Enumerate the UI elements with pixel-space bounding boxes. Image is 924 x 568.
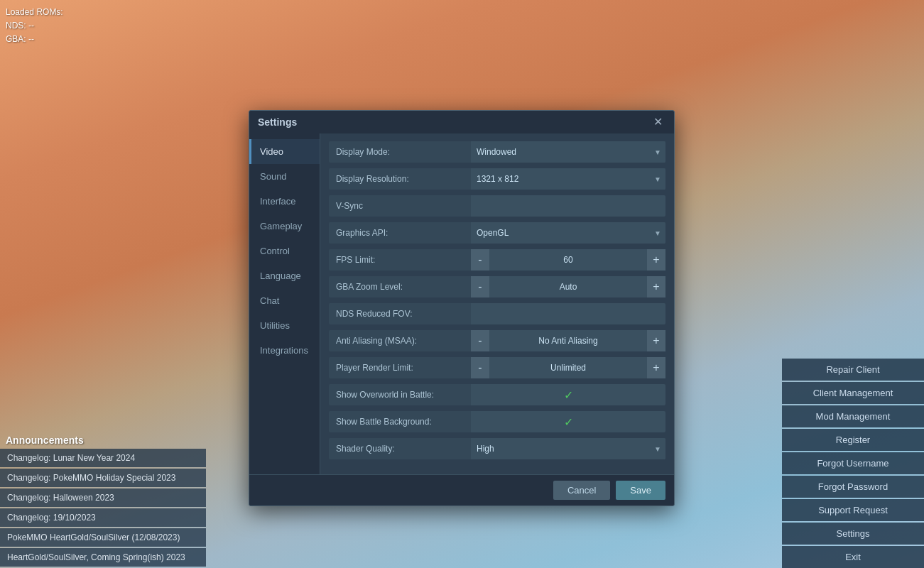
sidebar-btn-settings[interactable]: Settings xyxy=(782,523,924,545)
settings-content[interactable]: Display Mode:WindowedFullscreenBorderles… xyxy=(320,133,674,474)
announcements-panel: Announcements Changelog: Lunar New Year … xyxy=(0,432,206,568)
settings-row-3: Graphics API:OpenGLDirectXVulkan▼ xyxy=(329,222,665,244)
settings-select-wrapper-11: HighMediumLowOff▼ xyxy=(471,438,665,459)
settings-select-3[interactable]: OpenGLDirectXVulkan xyxy=(471,222,665,244)
sidebar-btn-mod-management[interactable]: Mod Management xyxy=(782,405,924,427)
save-button[interactable]: Save xyxy=(616,481,665,500)
announcement-item[interactable]: HeartGold/SoulSilver, Coming Spring(ish)… xyxy=(0,548,206,567)
stepper-value-4: 60 xyxy=(489,249,647,271)
stepper-plus-7[interactable]: + xyxy=(647,330,665,351)
settings-nav-utilities[interactable]: Utilities xyxy=(249,313,320,338)
settings-select-wrapper-0: WindowedFullscreenBorderless▼ xyxy=(471,141,665,163)
announcement-item[interactable]: Changelog: Halloween 2023 xyxy=(0,488,206,507)
stepper-minus-7[interactable]: - xyxy=(471,330,489,351)
stepper-value-8: Unlimited xyxy=(489,357,647,378)
settings-row-7: Anti Aliasing (MSAA):-No Anti Aliasing+ xyxy=(329,329,665,352)
settings-close-button[interactable]: ✕ xyxy=(651,116,665,128)
settings-body: VideoSoundInterfaceGameplayControlLangua… xyxy=(249,133,674,474)
settings-row-label-2: V-Sync xyxy=(329,195,471,217)
settings-select-11[interactable]: HighMediumLowOff xyxy=(471,438,665,459)
settings-checkbox-area-2[interactable] xyxy=(471,195,665,217)
stepper-plus-4[interactable]: + xyxy=(647,249,665,271)
settings-checkbox-area-10[interactable]: ✓ xyxy=(471,411,665,432)
settings-nav-interface[interactable]: Interface xyxy=(249,189,320,214)
announcement-item[interactable]: Changelog: PokeMMO Holiday Special 2023 xyxy=(0,469,206,487)
announcement-item[interactable]: PokeMMO HeartGold/SoulSilver (12/08/2023… xyxy=(0,528,206,547)
announcements-list: Changelog: Lunar New Year 2024Changelog:… xyxy=(0,449,206,567)
settings-row-2: V-Sync xyxy=(329,195,665,217)
stepper-minus-4[interactable]: - xyxy=(471,249,489,271)
settings-row-label-1: Display Resolution: xyxy=(329,168,471,190)
loaded-roms-label: Loaded ROMs: xyxy=(6,6,63,19)
settings-checkbox-area-9[interactable]: ✓ xyxy=(471,384,665,405)
stepper-minus-8[interactable]: - xyxy=(471,357,489,378)
settings-row-label-5: GBA Zoom Level: xyxy=(329,276,471,297)
settings-stepper-5: -Auto+ xyxy=(471,276,665,297)
settings-footer: Cancel Save xyxy=(249,474,674,506)
settings-select-wrapper-3: OpenGLDirectXVulkan▼ xyxy=(471,222,665,244)
checkmark-icon-9: ✓ xyxy=(564,388,573,402)
announcements-title: Announcements xyxy=(0,432,206,449)
sidebar-btn-forgot-username[interactable]: Forgot Username xyxy=(782,452,924,474)
gba-label: GBA: -- xyxy=(6,33,63,46)
settings-stepper-4: -60+ xyxy=(471,249,665,271)
settings-row-label-11: Shader Quality: xyxy=(329,438,471,459)
settings-row-10: Show Battle Background:✓ xyxy=(329,410,665,433)
settings-row-4: FPS Limit:-60+ xyxy=(329,248,665,271)
right-sidebar: Repair ClientClient ManagementMod Manage… xyxy=(782,359,924,568)
settings-dialog-title: Settings xyxy=(258,116,297,128)
settings-stepper-7: -No Anti Aliasing+ xyxy=(471,330,665,351)
settings-stepper-8: -Unlimited+ xyxy=(471,357,665,378)
sidebar-btn-support-request[interactable]: Support Request xyxy=(782,499,924,521)
nds-label: NDS: -- xyxy=(6,19,63,33)
settings-row-11: Shader Quality:HighMediumLowOff▼ xyxy=(329,437,665,460)
stepper-value-5: Auto xyxy=(489,276,647,297)
settings-nav-gameplay[interactable]: Gameplay xyxy=(249,214,320,239)
settings-row-0: Display Mode:WindowedFullscreenBorderles… xyxy=(329,141,665,163)
announcement-item[interactable]: Changelog: Lunar New Year 2024 xyxy=(0,449,206,467)
settings-nav-control[interactable]: Control xyxy=(249,239,320,263)
settings-row-label-0: Display Mode: xyxy=(329,141,471,163)
settings-row-label-7: Anti Aliasing (MSAA): xyxy=(329,330,471,351)
settings-select-0[interactable]: WindowedFullscreenBorderless xyxy=(471,141,665,163)
settings-nav-video[interactable]: Video xyxy=(249,139,320,164)
sidebar-btn-repair-client[interactable]: Repair Client xyxy=(782,359,924,381)
settings-row-9: Show Overworld in Battle:✓ xyxy=(329,383,665,406)
settings-row-label-10: Show Battle Background: xyxy=(329,411,471,432)
announcement-item[interactable]: Changelog: 19/10/2023 xyxy=(0,508,206,527)
settings-nav-chat[interactable]: Chat xyxy=(249,288,320,313)
stepper-minus-5[interactable]: - xyxy=(471,276,489,297)
settings-row-8: Player Render Limit:-Unlimited+ xyxy=(329,356,665,379)
settings-nav: VideoSoundInterfaceGameplayControlLangua… xyxy=(249,133,320,474)
settings-checkbox-area-6[interactable] xyxy=(471,303,665,324)
settings-titlebar: Settings ✕ xyxy=(249,111,674,133)
sidebar-btn-register[interactable]: Register xyxy=(782,429,924,451)
checkmark-icon-10: ✓ xyxy=(564,415,573,429)
settings-row-label-6: NDS Reduced FOV: xyxy=(329,303,471,324)
stepper-plus-5[interactable]: + xyxy=(647,276,665,297)
settings-select-1[interactable]: 1321 x 8121920 x 10801280 x 720 xyxy=(471,168,665,190)
settings-row-6: NDS Reduced FOV: xyxy=(329,302,665,325)
sidebar-btn-client-management[interactable]: Client Management xyxy=(782,382,924,404)
stepper-plus-8[interactable]: + xyxy=(647,357,665,378)
settings-nav-integrations[interactable]: Integrations xyxy=(249,338,320,363)
settings-row-label-3: Graphics API: xyxy=(329,222,471,244)
sidebar-btn-forgot-password[interactable]: Forgot Password xyxy=(782,476,924,498)
sidebar-btn-exit[interactable]: Exit xyxy=(782,546,924,568)
settings-nav-language[interactable]: Language xyxy=(249,263,320,288)
loaded-roms-panel: Loaded ROMs: NDS: -- GBA: -- xyxy=(6,6,63,47)
settings-row-1: Display Resolution:1321 x 8121920 x 1080… xyxy=(329,168,665,190)
settings-row-label-9: Show Overworld in Battle: xyxy=(329,384,471,405)
settings-nav-sound[interactable]: Sound xyxy=(249,164,320,189)
settings-row-5: GBA Zoom Level:-Auto+ xyxy=(329,275,665,298)
settings-dialog: Settings ✕ VideoSoundInterfaceGameplayCo… xyxy=(249,110,675,506)
cancel-button[interactable]: Cancel xyxy=(553,481,610,500)
stepper-value-7: No Anti Aliasing xyxy=(489,330,647,351)
settings-row-label-4: FPS Limit: xyxy=(329,249,471,271)
settings-row-label-8: Player Render Limit: xyxy=(329,357,471,378)
settings-select-wrapper-1: 1321 x 8121920 x 10801280 x 720▼ xyxy=(471,168,665,190)
